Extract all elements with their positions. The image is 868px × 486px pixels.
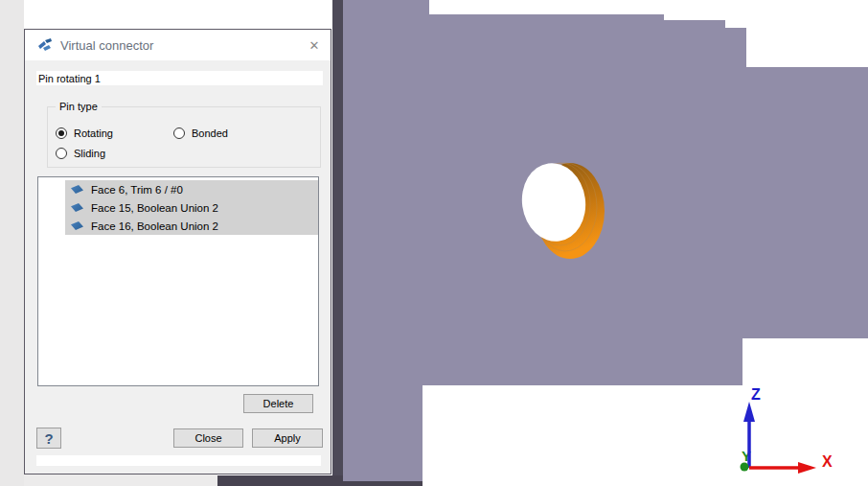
dialog-titlebar[interactable]: Virtual connector ✕ [25, 30, 331, 60]
virtual-connector-dialog: Virtual connector ✕ Pin type Rotating Bo… [24, 29, 331, 474]
radio-sliding-label: Sliding [74, 148, 105, 159]
radio-rotating[interactable]: Rotating [56, 127, 113, 139]
delete-button[interactable]: Delete [243, 394, 313, 413]
close-button[interactable]: Close [173, 428, 243, 448]
list-item-label: Face 6, Trim 6 / #0 [91, 184, 183, 196]
radio-bonded-label: Bonded [192, 127, 228, 139]
connector-pin-icon [37, 37, 53, 53]
pin-type-group-label: Pin type [56, 101, 102, 112]
left-panel-strip [0, 0, 24, 486]
radio-rotating-label: Rotating [74, 127, 113, 139]
list-item[interactable]: Face 15, Boolean Union 2 [65, 198, 318, 217]
dialog-bottom-field[interactable] [36, 455, 321, 466]
dialog-title: Virtual connector [60, 38, 153, 53]
list-item[interactable]: Face 6, Trim 6 / #0 [65, 180, 318, 198]
help-button[interactable]: ? [36, 428, 61, 449]
app-window: Y Z X Virtual connector ✕ Pi [0, 0, 868, 486]
selected-faces-list[interactable]: Face 6, Trim 6 / #0 Face 15, Boolean Uni… [37, 176, 319, 386]
list-item-label: Face 16, Boolean Union 2 [91, 220, 218, 232]
pin-type-group: Pin type Rotating Bonded Sliding [47, 106, 321, 168]
face-icon [71, 185, 83, 194]
dark-body-vertical-edge[interactable] [332, 0, 343, 486]
face-icon [71, 203, 83, 212]
radio-sliding[interactable]: Sliding [56, 148, 105, 159]
radio-bonded-circle[interactable] [173, 127, 185, 139]
radio-rotating-circle[interactable] [56, 127, 67, 139]
list-item[interactable]: Face 16, Boolean Union 2 [65, 217, 318, 235]
axis-z-label: Z [751, 386, 761, 403]
list-item-label: Face 15, Boolean Union 2 [91, 202, 218, 214]
radio-bonded[interactable]: Bonded [173, 127, 228, 139]
apply-button[interactable]: Apply [252, 428, 323, 448]
axis-y-origin-dot [741, 463, 749, 472]
axis-x-label: X [822, 453, 833, 470]
bottom-strip [0, 474, 217, 486]
connector-name-input[interactable] [36, 71, 323, 85]
face-icon [71, 221, 83, 230]
radio-sliding-circle[interactable] [56, 148, 67, 159]
close-icon[interactable]: ✕ [306, 36, 323, 54]
